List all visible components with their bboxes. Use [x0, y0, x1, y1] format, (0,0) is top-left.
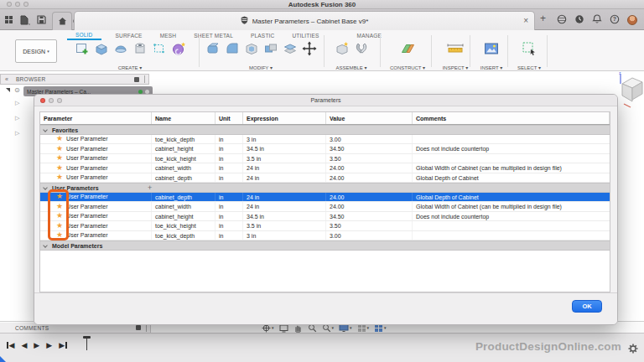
ribbon-tab-utilities[interactable]: UTILITIES [288, 33, 322, 39]
column-header-unit[interactable]: Unit [216, 112, 243, 124]
browser-panel-header[interactable]: « BROWSER [0, 74, 149, 85]
new-tab-icon[interactable]: + [540, 13, 546, 24]
close-tab-icon[interactable]: × [523, 15, 528, 27]
row-expression[interactable]: 3.5 in [243, 154, 326, 163]
row-comment[interactable] [413, 154, 610, 163]
row-name[interactable]: cabinet_width [152, 163, 216, 173]
row-name[interactable]: cabinet_height [152, 212, 216, 221]
ribbon-tab-plastic[interactable]: PLASTIC [247, 33, 278, 39]
workspace-switcher-button[interactable]: DESIGN ▾ [15, 39, 57, 63]
select-box-icon[interactable] [521, 40, 538, 60]
row-unit[interactable]: in [216, 154, 243, 163]
row-unit[interactable]: in [216, 193, 243, 202]
column-header-expression[interactable]: Expression [243, 112, 326, 124]
parameter-row[interactable]: ★User Parameter cabinet_height in 34.5 i… [40, 144, 610, 154]
help-icon[interactable]: ? [610, 13, 620, 28]
panel-options-icon[interactable] [136, 325, 141, 330]
step-back-icon[interactable]: ◀ [21, 341, 27, 349]
panel-grip[interactable] [144, 75, 145, 83]
row-unit[interactable]: in [216, 221, 243, 230]
row-expression[interactable]: 34.5 in [243, 144, 326, 153]
column-header-name[interactable]: Name [152, 112, 216, 124]
close-window-button[interactable] [7, 2, 12, 7]
split-body-icon[interactable] [282, 40, 299, 60]
row-unit[interactable]: in [216, 135, 243, 144]
favorite-star-icon[interactable]: ★ [56, 154, 63, 163]
node-options-icon[interactable] [145, 90, 149, 94]
measure-icon[interactable] [446, 40, 465, 60]
ribbon-tab-surface[interactable]: SURFACE [112, 33, 146, 39]
favorite-star-icon[interactable]: ★ [56, 135, 63, 144]
insert-image-icon[interactable] [483, 40, 500, 60]
skip-to-start-icon[interactable]: ◀ [7, 341, 14, 349]
chevron-down-icon[interactable] [43, 185, 48, 190]
dialog-zoom-button[interactable] [57, 98, 62, 103]
row-expression[interactable]: 34.5 in [243, 212, 326, 221]
chevron-down-icon[interactable] [43, 243, 48, 248]
favorite-star-icon[interactable]: ★ [56, 231, 63, 240]
skip-to-end-icon[interactable]: ▶ [59, 341, 66, 349]
combine-icon[interactable] [262, 40, 279, 60]
hole-icon[interactable] [132, 40, 148, 60]
select-menu[interactable]: SELECT ▾ [510, 65, 548, 70]
row-comment[interactable]: Global Width of Cabinet (can be multipli… [413, 163, 610, 173]
row-name[interactable]: toe_kick_depth [152, 135, 216, 144]
new-component-icon[interactable] [334, 40, 351, 60]
timeline-position-marker[interactable] [83, 336, 91, 350]
modify-menu[interactable]: MODIFY ▾ [201, 65, 320, 70]
tree-collapsed-icon[interactable]: ▷ [15, 100, 19, 106]
row-comment[interactable] [413, 135, 610, 144]
favorite-star-icon[interactable]: ★ [56, 193, 63, 202]
chevron-down-icon[interactable] [43, 127, 48, 132]
row-name[interactable]: toe_kick_depth [152, 231, 216, 240]
row-comment[interactable]: Global Depth of Cabinet [413, 173, 610, 183]
row-name[interactable]: toe_kick_height [152, 154, 216, 163]
section-header-row[interactable]: Favorites [40, 125, 610, 135]
sketch-points-icon[interactable] [151, 40, 168, 60]
ribbon-tab-solid[interactable]: SOLID [67, 32, 101, 40]
insert-menu[interactable]: INSERT ▾ [472, 65, 511, 70]
gear-icon[interactable] [628, 342, 638, 357]
row-unit[interactable]: in [216, 231, 243, 240]
play-icon[interactable]: ▶ [34, 341, 39, 349]
tree-collapsed-icon[interactable]: ▷ [15, 115, 19, 122]
parameter-row[interactable]: ★User Parameter cabinet_width in 24 in 2… [40, 163, 610, 173]
row-comment[interactable]: Does not include countertop [413, 144, 610, 153]
coil-icon[interactable] [170, 40, 187, 60]
panel-options-icon[interactable] [134, 77, 139, 82]
press-pull-icon[interactable] [205, 40, 221, 60]
row-comment[interactable] [413, 231, 610, 240]
favorite-star-icon[interactable]: ★ [56, 173, 63, 183]
job-status-icon[interactable] [574, 13, 584, 28]
dialog-titlebar[interactable]: Parameters [34, 95, 617, 106]
row-comment[interactable]: Global Depth of Cabinet [413, 193, 610, 202]
extrude-icon[interactable] [93, 40, 110, 60]
parameter-row[interactable]: ★User Parameter cabinet_width in 24 in 2… [40, 202, 610, 212]
parameter-row[interactable]: ★User Parameter cabinet_height in 34.5 i… [40, 212, 610, 222]
tree-collapsed-icon[interactable]: ▷ [15, 130, 19, 137]
row-expression[interactable]: 24 in [243, 163, 326, 173]
dialog-close-button[interactable] [40, 98, 45, 103]
parameter-row[interactable]: ★User Parameter toe_kick_height in 3.5 i… [40, 221, 610, 231]
fillet-icon[interactable] [224, 40, 241, 60]
section-header-row[interactable]: User Parameters+ [40, 183, 610, 193]
row-expression[interactable]: 24 in [243, 202, 326, 211]
row-name[interactable]: cabinet_width [152, 202, 216, 211]
dialog-window-controls[interactable] [40, 98, 62, 103]
favorite-star-icon[interactable]: ★ [56, 144, 63, 153]
row-unit[interactable]: in [216, 173, 243, 183]
parameter-row[interactable]: ★User Parameter cabinet_depth in 24 in 2… [40, 173, 610, 184]
create-sketch-icon[interactable] [74, 40, 91, 60]
column-header-value[interactable]: Value [326, 112, 413, 124]
home-tab[interactable] [52, 12, 72, 30]
row-expression[interactable]: 3.5 in [243, 221, 326, 230]
extensions-icon[interactable] [557, 13, 567, 28]
collapse-panel-icon[interactable]: « [5, 76, 8, 82]
favorite-star-icon[interactable]: ★ [56, 202, 63, 211]
row-unit[interactable]: in [216, 144, 243, 153]
inspect-menu[interactable]: INSPECT ▾ [434, 65, 477, 70]
ok-button[interactable]: OK [572, 300, 602, 313]
row-name[interactable]: cabinet_depth [152, 173, 216, 183]
column-header-parameter[interactable]: Parameter [40, 112, 152, 124]
favorite-star-icon[interactable]: ★ [56, 221, 63, 230]
